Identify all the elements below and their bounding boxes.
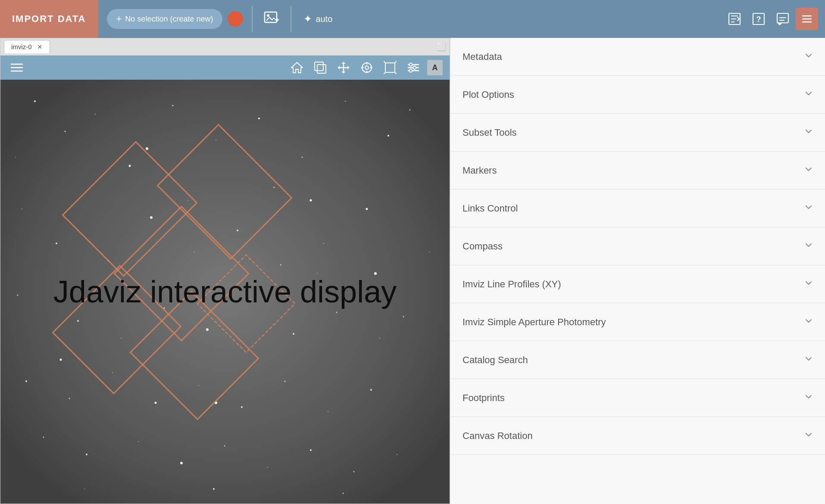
svg-point-65 [25,380,27,382]
image-plus-button[interactable] [261,9,282,29]
export-button[interactable] [723,8,746,30]
svg-point-67 [112,372,113,373]
tab-label: imviz-0 [11,43,32,50]
svg-point-96 [429,252,430,252]
svg-point-64 [379,338,380,339]
chevron-down-icon-links-control [804,203,813,214]
sidebar-section-compass[interactable]: Compass [450,227,825,265]
svg-line-25 [384,61,385,63]
svg-rect-35 [0,80,450,504]
selection-group: + No selection (create new) [98,9,252,29]
chevron-down-icon-canvas-rotation [804,430,813,442]
svg-point-61 [250,299,251,300]
record-button[interactable] [228,11,243,27]
svg-rect-24 [385,63,395,72]
svg-point-86 [60,359,62,361]
svg-point-51 [194,252,195,252]
image-area[interactable]: Jdaviz interactive display [0,80,450,504]
svg-point-36 [34,100,36,102]
settings-button[interactable] [404,58,423,77]
svg-point-95 [343,493,344,494]
crosshair-button[interactable] [357,58,376,77]
svg-point-52 [237,230,238,231]
svg-point-39 [129,165,131,167]
svg-point-47 [22,208,22,209]
selection-button[interactable]: + No selection (create new) [107,9,223,29]
svg-point-88 [15,157,16,158]
svg-point-93 [84,488,85,489]
crop-button[interactable] [381,58,400,77]
svg-line-27 [384,72,385,74]
sidebar-section-links-control[interactable]: Links Control [450,190,825,227]
svg-point-60 [206,328,209,331]
home-button[interactable] [288,58,306,77]
sidebar-section-canvas-rotation[interactable]: Canvas Rotation [450,417,825,455]
list-button[interactable] [7,58,26,77]
chevron-down-icon-catalog-search [804,355,813,366]
svg-point-73 [370,389,372,391]
svg-point-74 [43,437,44,438]
magic-wand-icon: ✦ [303,13,312,25]
svg-point-42 [258,118,260,119]
chevron-down-icon-markers [804,165,813,176]
svg-point-92 [403,316,404,317]
svg-point-41 [216,140,216,140]
sidebar-section-label-line-profiles: Imviz Line Profiles (XY) [462,279,804,290]
viewer-panel: imviz-0 ✕ ⬜ [0,38,450,504]
svg-point-83 [146,147,148,150]
svg-point-58 [121,338,122,339]
svg-point-91 [317,273,318,274]
zoom-button[interactable] [311,58,330,77]
svg-rect-14 [315,62,323,71]
viewer-tab-imviz0[interactable]: imviz-0 ✕ [4,40,50,53]
sidebar-section-plot-options[interactable]: Plot Options [450,76,825,114]
maximize-button[interactable]: ⬜ [437,42,446,52]
sidebar-section-catalog-search[interactable]: Catalog Search [450,341,825,379]
svg-point-79 [267,467,268,468]
help-button[interactable]: ? [747,8,770,30]
top-toolbar: IMPORT DATA + No selection (create new) … [0,0,825,38]
sidebar-section-label-compass: Compass [462,241,804,252]
sidebar-section-line-profiles[interactable]: Imviz Line Profiles (XY) [450,265,825,303]
svg-point-84 [310,199,312,202]
tab-close-icon[interactable]: ✕ [37,43,43,50]
svg-point-37 [65,131,66,132]
svg-point-33 [413,66,416,69]
sidebar-section-label-plot-options: Plot Options [462,89,804,100]
auto-button[interactable]: ✦ auto [300,13,336,25]
svg-point-90 [274,187,275,188]
sidebar-section-simple-aperture[interactable]: Imviz Simple Aperture Photometry [450,303,825,341]
chevron-down-icon-footprints [804,392,813,404]
svg-point-68 [155,402,157,404]
svg-point-72 [328,411,328,412]
import-data-button[interactable]: IMPORT DATA [0,0,98,38]
svg-point-57 [77,320,79,322]
viewer-tab-bar: imviz-0 ✕ ⬜ [0,38,450,56]
svg-point-80 [310,449,312,451]
chevron-down-icon-metadata [804,51,813,62]
comment-button[interactable] [772,8,794,30]
star-field-svg [0,80,450,504]
svg-line-28 [395,72,397,74]
sidebar-section-metadata[interactable]: Metadata [450,38,825,76]
sidebar-section-label-markers: Markers [462,165,804,176]
hamburger-button[interactable] [796,8,818,30]
svg-point-77 [180,462,183,464]
svg-point-43 [302,157,303,158]
svg-point-53 [280,264,281,266]
sidebar-section-subset-tools[interactable]: Subset Tools [450,114,825,152]
auto-label: auto [316,14,332,24]
svg-text:?: ? [756,15,761,24]
svg-line-26 [395,61,397,63]
sidebar-section-markers[interactable]: Markers [450,152,825,190]
sidebar-section-footprints[interactable]: Footprints [450,379,825,417]
selection-label: No selection (create new) [125,15,213,24]
svg-point-56 [17,295,19,296]
pan-button[interactable] [334,58,353,77]
svg-point-69 [198,385,199,386]
svg-rect-0 [265,12,277,22]
svg-point-78 [224,445,225,447]
chevron-down-icon-plot-options [804,89,813,100]
svg-point-1 [267,14,269,17]
auto-group: ✦ auto [291,13,344,25]
